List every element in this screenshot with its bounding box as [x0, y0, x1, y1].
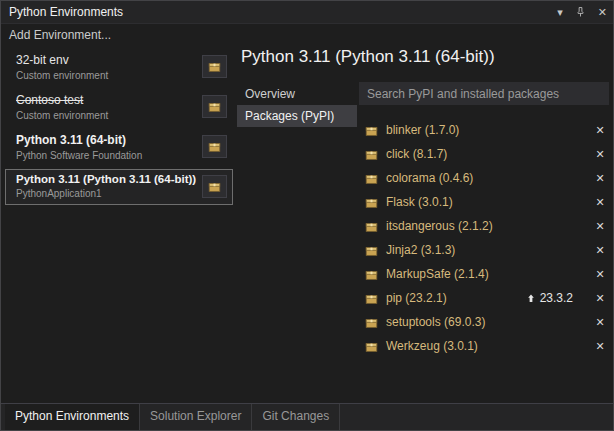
uninstall-package-button[interactable]: ✕: [591, 190, 609, 214]
package-icon: [365, 268, 378, 281]
package-name: Flask (3.0.1): [386, 195, 453, 209]
package-row[interactable]: itsdangerous (2.1.2) ✕: [359, 214, 611, 238]
uninstall-package-button[interactable]: ✕: [591, 334, 609, 358]
uninstall-package-button[interactable]: ✕: [591, 214, 609, 238]
open-interactive-window-button[interactable]: [202, 175, 227, 198]
environment-list: 32-bit env Custom environment Contoso te…: [5, 49, 233, 209]
package-icon: [208, 60, 221, 73]
environment-item-selected[interactable]: Python 3.11 (Python 3.11 (64-bit)) Pytho…: [5, 169, 233, 205]
pin-icon[interactable]: [575, 6, 586, 18]
package-name: colorama (0.4.6): [386, 171, 473, 185]
package-name: itsdangerous (2.1.2): [386, 219, 493, 233]
package-icon: [365, 340, 378, 353]
uninstall-package-button[interactable]: ✕: [591, 118, 609, 142]
package-name: MarkupSafe (2.1.4): [386, 267, 489, 281]
package-icon: [365, 196, 378, 209]
package-row[interactable]: Werkzeug (3.0.1) ✕: [359, 334, 611, 358]
package-icon: [365, 172, 378, 185]
environment-detail: Custom environment: [16, 110, 200, 121]
package-name: click (8.1.7): [386, 147, 447, 161]
uninstall-package-button[interactable]: ✕: [591, 238, 609, 262]
arrow-up-icon: [526, 293, 536, 304]
titlebar-icons: ▾ ✕: [557, 6, 607, 18]
uninstall-package-button[interactable]: ✕: [591, 142, 609, 166]
package-row[interactable]: blinker (1.7.0) ✕: [359, 118, 611, 142]
package-icon: [208, 140, 221, 153]
package-row[interactable]: Flask (3.0.1) ✕: [359, 190, 611, 214]
package-name: Jinja2 (3.1.3): [386, 243, 455, 257]
package-row[interactable]: Jinja2 (3.1.3) ✕: [359, 238, 611, 262]
package-name: blinker (1.7.0): [386, 123, 459, 137]
package-name: Werkzeug (3.0.1): [386, 339, 478, 353]
environment-detail-title: Python 3.11 (Python 3.11 (64-bit)): [241, 47, 609, 67]
package-icon: [365, 124, 378, 137]
uninstall-package-button[interactable]: ✕: [591, 310, 609, 334]
package-icon: [208, 180, 221, 193]
environment-name: Python 3.11 (Python 3.11 (64-bit)): [16, 173, 200, 185]
window-options-dropdown-icon[interactable]: ▾: [557, 7, 563, 18]
environment-name: Contoso test: [16, 93, 200, 107]
tab-python-environments[interactable]: Python Environments: [5, 404, 140, 430]
package-search-input[interactable]: [359, 82, 609, 105]
uninstall-package-button[interactable]: ✕: [591, 262, 609, 286]
environment-item[interactable]: Python 3.11 (64-bit) Python Software Fou…: [5, 129, 233, 165]
package-list: blinker (1.7.0) ✕ click (8.1.7) ✕ colora…: [359, 118, 611, 358]
tab-solution-explorer[interactable]: Solution Explorer: [140, 404, 252, 430]
close-icon[interactable]: ✕: [598, 7, 607, 18]
package-name: pip (23.2.1): [386, 291, 447, 305]
open-interactive-window-button[interactable]: [202, 55, 227, 78]
package-icon: [365, 148, 378, 161]
window-titlebar: Python Environments ▾ ✕: [1, 1, 613, 24]
environment-detail: PythonApplication1: [16, 188, 200, 199]
package-icon: [365, 244, 378, 257]
package-row[interactable]: pip (23.2.1) 23.3.2 ✕: [359, 286, 611, 310]
environment-name: Python 3.11 (64-bit): [16, 133, 200, 147]
tab-overview[interactable]: Overview: [237, 83, 357, 105]
package-icon: [365, 316, 378, 329]
package-icon: [365, 220, 378, 233]
environment-item[interactable]: 32-bit env Custom environment: [5, 49, 233, 85]
open-interactive-window-button[interactable]: [202, 135, 227, 158]
window-title: Python Environments: [9, 5, 123, 19]
environment-detail: Python Software Foundation: [16, 150, 200, 161]
update-package-button[interactable]: 23.3.2: [526, 291, 573, 305]
uninstall-package-button[interactable]: ✕: [591, 166, 609, 190]
environment-name: 32-bit env: [16, 53, 200, 67]
package-icon: [208, 100, 221, 113]
environment-item[interactable]: Contoso test Custom environment: [5, 89, 233, 125]
package-name: setuptools (69.0.3): [386, 315, 485, 329]
environment-detail: Custom environment: [16, 70, 200, 81]
bottom-tab-bar: Python Environments Solution Explorer Gi…: [1, 403, 613, 430]
update-version: 23.3.2: [540, 291, 573, 305]
detail-tabs: Overview Packages (PyPI): [237, 83, 357, 127]
python-environments-window: Python Environments ▾ ✕ Add Environment.…: [0, 0, 614, 431]
package-row[interactable]: click (8.1.7) ✕: [359, 142, 611, 166]
open-interactive-window-button[interactable]: [202, 95, 227, 118]
add-environment-link[interactable]: Add Environment...: [9, 28, 111, 42]
tab-packages-pypi[interactable]: Packages (PyPI): [237, 105, 357, 127]
package-row[interactable]: colorama (0.4.6) ✕: [359, 166, 611, 190]
package-icon: [365, 292, 378, 305]
tab-git-changes[interactable]: Git Changes: [252, 404, 340, 430]
package-row[interactable]: MarkupSafe (2.1.4) ✕: [359, 262, 611, 286]
uninstall-package-button[interactable]: ✕: [591, 286, 609, 310]
package-row[interactable]: setuptools (69.0.3) ✕: [359, 310, 611, 334]
